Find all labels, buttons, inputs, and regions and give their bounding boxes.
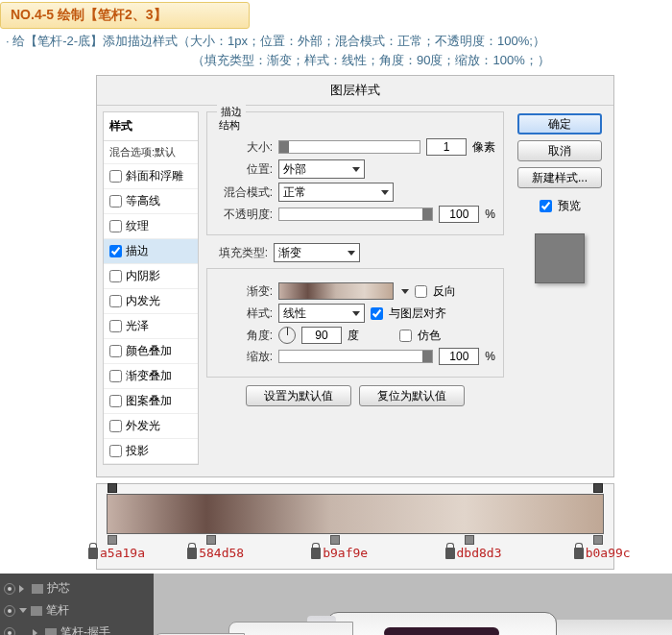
style-checkbox[interactable]	[109, 420, 122, 432]
reverse-checkbox[interactable]	[415, 285, 427, 298]
position-select[interactable]: 外部	[278, 159, 365, 179]
gradient-editor: a5a19a584d58b9af9edbd8d3b0a99c	[96, 483, 614, 570]
reset-default-button[interactable]: 设置为默认值	[246, 385, 351, 406]
opacity-stop[interactable]	[108, 483, 117, 493]
group-stroke: 描边	[217, 105, 246, 119]
color-stop-hex: b0a99c	[574, 546, 631, 560]
fill-type-select[interactable]: 渐变	[274, 243, 360, 262]
visibility-icon[interactable]	[4, 583, 15, 595]
preview-checkbox[interactable]	[540, 200, 552, 212]
layer-name: 笔杆	[46, 602, 150, 619]
chevron-down-icon[interactable]	[401, 289, 409, 294]
style-item-label: 颜色叠加	[126, 343, 172, 359]
dither-checkbox[interactable]	[399, 330, 412, 342]
style-checkbox[interactable]	[109, 445, 122, 457]
style-checkbox[interactable]	[109, 345, 122, 357]
angle-dial[interactable]	[278, 327, 296, 344]
pen-tip	[228, 622, 353, 635]
color-stop[interactable]	[108, 535, 117, 545]
ok-button[interactable]: 确定	[517, 113, 602, 134]
cancel-button[interactable]: 取消	[517, 140, 602, 161]
angle-input[interactable]	[301, 327, 342, 344]
folder-icon	[31, 606, 42, 616]
style-item-label: 图案叠加	[126, 393, 172, 409]
style-checkbox[interactable]	[109, 220, 122, 232]
new-style-button[interactable]: 新建样式...	[517, 167, 602, 188]
style-item-2[interactable]: 纹理	[104, 214, 198, 239]
align-layer-checkbox[interactable]	[371, 307, 383, 320]
style-item-0[interactable]: 斜面和浮雕	[104, 164, 198, 189]
style-checkbox[interactable]	[109, 170, 122, 183]
style-item-label: 光泽	[126, 318, 149, 334]
visibility-icon[interactable]	[4, 627, 15, 636]
position-label: 位置:	[215, 161, 273, 178]
style-item-label: 内阴影	[126, 268, 160, 284]
style-checkbox[interactable]	[109, 370, 122, 382]
size-unit: 像素	[472, 139, 495, 156]
style-item-10[interactable]: 外发光	[104, 414, 198, 439]
gradient-bar[interactable]: a5a19a584d58b9af9edbd8d3b0a99c	[107, 494, 604, 534]
stroke-settings: 描边 结构 大小: 像素 位置: 外部 混合模式: 正常 不透明度:	[199, 111, 512, 465]
layer-row[interactable]: 护芯	[0, 577, 154, 599]
style-item-11[interactable]: 投影	[104, 439, 198, 464]
style-item-label: 投影	[126, 443, 149, 459]
preview-swatch	[535, 233, 585, 283]
layer-name: 护芯	[47, 580, 150, 597]
scale-slider[interactable]	[278, 350, 433, 363]
style-item-label: 内发光	[126, 293, 160, 309]
size-input[interactable]	[426, 138, 467, 156]
disclosure-icon[interactable]	[19, 608, 27, 613]
style-item-5[interactable]: 内发光	[104, 289, 198, 314]
style-item-4[interactable]: 内阴影	[104, 264, 198, 289]
layer-row[interactable]: 笔杆	[0, 599, 154, 622]
blend-options-default[interactable]: 混合选项:默认	[104, 141, 198, 164]
style-checkbox[interactable]	[109, 320, 122, 332]
style-item-label: 描边	[126, 243, 149, 259]
folder-icon	[45, 628, 57, 636]
blend-mode-select[interactable]: 正常	[278, 183, 394, 202]
scale-label: 缩放:	[215, 349, 273, 365]
style-item-6[interactable]: 光泽	[104, 314, 198, 339]
style-item-9[interactable]: 图案叠加	[104, 389, 198, 414]
description-line-2: （填充类型：渐变；样式：线性；角度：90度；缩放：100%；）	[192, 52, 672, 69]
tutorial-step-header: NO.4-5 绘制【笔杆2、3】	[0, 2, 250, 29]
style-item-8[interactable]: 渐变叠加	[104, 364, 198, 389]
style-item-3[interactable]: 描边	[104, 239, 198, 264]
layer-row[interactable]: 笔杆-握手	[0, 622, 154, 635]
pen-segment-3	[557, 620, 672, 635]
style-checkbox[interactable]	[109, 195, 122, 208]
color-stop[interactable]	[330, 535, 340, 545]
style-item-7[interactable]: 颜色叠加	[104, 339, 198, 364]
style-checkbox[interactable]	[109, 270, 122, 282]
color-stop[interactable]	[206, 535, 216, 545]
gradient-swatch[interactable]	[278, 282, 394, 300]
opacity-slider[interactable]	[278, 208, 433, 221]
style-list: 样式 混合选项:默认 斜面和浮雕等高线纹理描边内阴影内发光光泽颜色叠加渐变叠加图…	[103, 111, 199, 465]
lock-icon	[187, 548, 197, 559]
layer-style-dialog: 图层样式 样式 混合选项:默认 斜面和浮雕等高线纹理描边内阴影内发光光泽颜色叠加…	[96, 75, 614, 477]
align-layer-label: 与图层对齐	[389, 305, 446, 322]
color-stop-hex: 584d58	[187, 546, 244, 560]
gradient-style-select[interactable]: 线性	[278, 304, 365, 323]
opacity-label: 不透明度:	[215, 207, 273, 223]
opacity-stop[interactable]	[593, 483, 603, 493]
color-stop[interactable]	[465, 535, 474, 545]
disclosure-icon[interactable]	[33, 629, 41, 636]
style-item-1[interactable]: 等高线	[104, 189, 198, 214]
style-checkbox[interactable]	[109, 245, 122, 257]
restore-default-button[interactable]: 复位为默认值	[359, 385, 465, 406]
reverse-label: 反向	[433, 283, 456, 300]
style-item-label: 纹理	[126, 218, 149, 234]
scale-unit: %	[485, 350, 495, 363]
color-stop[interactable]	[593, 535, 603, 545]
style-checkbox[interactable]	[109, 395, 122, 407]
visibility-icon[interactable]	[4, 605, 15, 617]
color-stop-hex: a5a19a	[88, 546, 145, 560]
style-checkbox[interactable]	[109, 295, 122, 307]
lock-icon	[311, 548, 321, 559]
scale-input[interactable]	[439, 348, 479, 365]
disclosure-icon[interactable]	[19, 585, 28, 593]
gradient-label: 渐变:	[215, 283, 273, 300]
size-slider[interactable]	[278, 140, 420, 154]
opacity-input[interactable]	[439, 206, 479, 223]
